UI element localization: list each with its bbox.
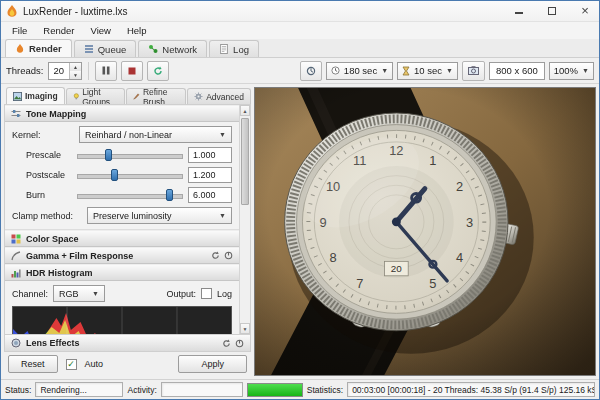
postscale-value[interactable]: 1.200 xyxy=(188,167,232,183)
zoom-value: 100% xyxy=(554,65,578,76)
tab-refine-brush[interactable]: Refine Brush xyxy=(126,88,186,104)
chevron-down-icon: ▼ xyxy=(446,67,453,74)
tab-light-groups[interactable]: Light Groups xyxy=(66,88,126,104)
tonemap-panel: Imaging Light Groups Refine Brush Advanc… xyxy=(4,87,251,376)
postscale-slider-thumb[interactable] xyxy=(111,169,118,181)
prescale-slider[interactable] xyxy=(77,148,183,162)
burn-value[interactable]: 6.000 xyxy=(188,187,232,203)
progress-fill xyxy=(248,384,302,396)
menu-render[interactable]: Render xyxy=(35,24,82,37)
reset-section-icon[interactable] xyxy=(222,339,231,348)
tone-mapping-header[interactable]: Tone Mapping xyxy=(5,105,239,122)
threads-spinner[interactable]: 20 ▲▼ xyxy=(48,62,83,80)
zoom-select[interactable]: 100% ▼ xyxy=(549,62,594,80)
chevron-down-icon: ▼ xyxy=(219,131,226,138)
tab-log[interactable]: Log xyxy=(209,40,259,57)
color-space-icon xyxy=(11,234,21,244)
restart-render-button[interactable] xyxy=(147,61,169,81)
clamp-method-value: Preserve luminosity xyxy=(93,211,172,221)
scrollbar-track[interactable] xyxy=(240,116,250,323)
menu-file[interactable]: File xyxy=(4,24,35,37)
display-interval-select[interactable]: 180 sec ▼ xyxy=(326,62,393,80)
prescale-value[interactable]: 1.000 xyxy=(188,147,232,163)
close-button[interactable]: × xyxy=(571,1,599,22)
snapshot-button[interactable] xyxy=(462,61,485,81)
activity-label: Activity: xyxy=(127,385,156,395)
title-bar[interactable]: LuxRender - luxtime.lxs × xyxy=(1,1,599,22)
apply-button[interactable]: Apply xyxy=(178,355,247,373)
prescale-label: Prescale xyxy=(26,150,72,160)
minimize-button[interactable] xyxy=(505,1,533,22)
postscale-slider[interactable] xyxy=(77,168,183,182)
tab-log-label: Log xyxy=(233,44,249,55)
tab-queue[interactable]: Queue xyxy=(74,40,137,57)
clock-icon xyxy=(331,66,340,75)
pause-render-button[interactable] xyxy=(95,61,117,81)
stop-render-button[interactable] xyxy=(121,61,143,81)
panel-scrollbar[interactable]: ▲ ▼ xyxy=(239,105,250,334)
tab-network[interactable]: Network xyxy=(138,40,207,57)
gamma-film-title: Gamma + Film Response xyxy=(26,251,133,261)
pause-icon xyxy=(102,66,110,75)
postscale-label: Postscale xyxy=(26,170,72,180)
threads-spin-arrows[interactable]: ▲▼ xyxy=(69,63,81,79)
write-interval-select[interactable]: 10 sec ▼ xyxy=(397,62,458,80)
spin-down-icon[interactable]: ▼ xyxy=(70,71,81,79)
prescale-slider-thumb[interactable] xyxy=(105,149,112,161)
log-checkbox[interactable] xyxy=(201,288,212,299)
tab-advanced[interactable]: Advanced xyxy=(187,88,251,104)
menu-view[interactable]: View xyxy=(82,24,118,37)
scroll-up-icon[interactable]: ▲ xyxy=(240,105,250,116)
tab-imaging[interactable]: Imaging xyxy=(6,87,65,104)
burn-slider[interactable] xyxy=(77,188,183,202)
gear-icon xyxy=(194,92,203,101)
scroll-down-icon[interactable]: ▼ xyxy=(240,323,250,334)
gamma-film-header[interactable]: Gamma + Film Response xyxy=(5,247,239,264)
lens-effects-header[interactable]: Lens Effects xyxy=(4,335,251,352)
render-viewport[interactable]: 12 1 2 3 4 5 7 8 9 10 11 20 xyxy=(254,87,596,376)
statistics-value: 00:03:00 [00:00:18] - 20 Threads: 45.38 … xyxy=(347,382,595,397)
network-icon xyxy=(148,44,158,54)
window-title: LuxRender - luxtime.lxs xyxy=(23,6,500,17)
tab-render-label: Render xyxy=(29,43,62,54)
toggle-section-icon[interactable] xyxy=(224,251,233,260)
kernel-select[interactable]: Reinhard / non-Linear ▼ xyxy=(79,126,232,143)
hdr-histogram-body: Channel: RGB ▼ Output: Log xyxy=(5,281,239,334)
clamp-method-label: Clamp method: xyxy=(12,211,82,221)
minimize-icon xyxy=(515,9,523,14)
scrollbar-thumb[interactable] xyxy=(241,118,249,205)
burn-slider-thumb[interactable] xyxy=(166,189,173,201)
display-interval-value: 180 sec xyxy=(344,65,377,76)
maximize-button[interactable] xyxy=(538,1,566,22)
resolution-value: 800 x 600 xyxy=(496,65,538,76)
panel-body: Tone Mapping Kernel: Reinhard / non-Line… xyxy=(4,104,251,335)
display-refresh-icon xyxy=(306,66,316,76)
panel-footer: Reset ✓ Auto Apply xyxy=(4,352,251,376)
color-space-header[interactable]: Color Space xyxy=(5,230,239,247)
kernel-label: Kernel: xyxy=(12,130,74,140)
app-flame-icon xyxy=(6,5,18,17)
auto-label: Auto xyxy=(85,359,104,369)
flame-icon xyxy=(15,44,25,54)
tab-render[interactable]: Render xyxy=(5,39,72,57)
auto-checkbox[interactable]: ✓ xyxy=(66,359,77,370)
tab-network-label: Network xyxy=(162,44,197,55)
hdr-histogram-header[interactable]: HDR Histogram xyxy=(5,264,239,281)
tab-imaging-label: Imaging xyxy=(25,91,58,101)
refresh-display-button[interactable] xyxy=(300,61,322,81)
channel-select[interactable]: RGB ▼ xyxy=(53,285,105,302)
spin-up-icon[interactable]: ▲ xyxy=(70,63,81,71)
output-label: Output: xyxy=(166,289,196,299)
menu-bar: File Render View Help xyxy=(1,22,599,39)
reset-section-icon[interactable] xyxy=(211,251,220,260)
toggle-section-icon[interactable] xyxy=(235,339,244,348)
tab-queue-label: Queue xyxy=(98,44,127,55)
lens-icon xyxy=(11,338,21,348)
log-icon xyxy=(219,44,229,54)
menu-help[interactable]: Help xyxy=(119,24,155,37)
channel-value: RGB xyxy=(59,289,79,299)
reset-button[interactable]: Reset xyxy=(8,355,58,373)
clamp-method-select[interactable]: Preserve luminosity ▼ xyxy=(87,207,232,224)
status-label: Status: xyxy=(5,385,31,395)
refresh-icon xyxy=(153,66,163,76)
